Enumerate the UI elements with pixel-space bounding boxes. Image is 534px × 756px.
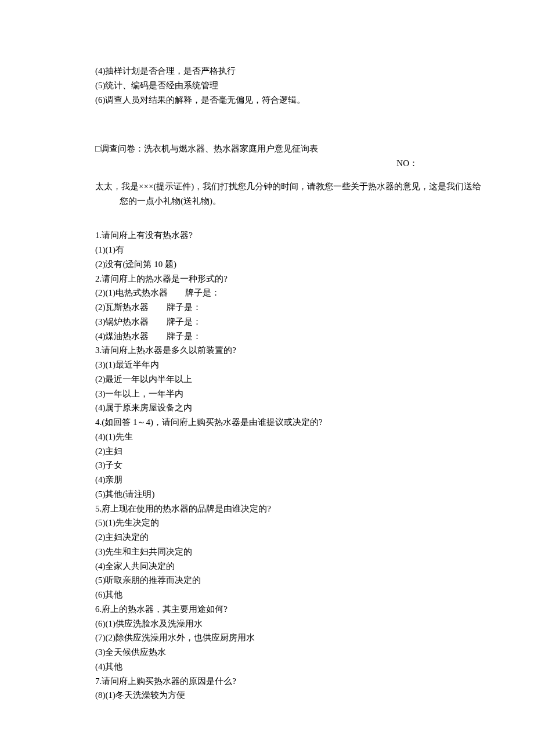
q2-opt-2-text: (2)瓦斯热水器: [95, 303, 149, 312]
q7-title: 7.请问府上购买热水器的原因是什么?: [95, 674, 488, 689]
q2-opt-3: (3)锅炉热水器牌子是：: [95, 315, 488, 329]
q4-opt-2: (2)主妇: [95, 444, 488, 459]
q5-opt-1: (5)(1)先生决定的: [95, 516, 488, 530]
q5-title: 5.府上现在使用的热水器的品牌是由谁决定的?: [95, 502, 488, 516]
q4-opt-5: (5)其他(请注明): [95, 487, 488, 502]
q6-title: 6.府上的热水器，其主要用途如何?: [95, 602, 488, 617]
q2-opt-1: (2)(1)电热式热水器牌子是：: [95, 286, 488, 300]
q3-title: 3.请问府上热水器是多久以前装置的?: [95, 343, 488, 358]
q5-opt-6: (6)其他: [95, 588, 488, 602]
q3-opt-1: (3)(1)最近半年内: [95, 358, 488, 372]
document-page: (4)抽样计划是否合理，是否严格执行 (5)统计、编码是否经由系统管理 (6)调…: [0, 0, 534, 756]
q2-opt-2: (2)瓦斯热水器牌子是：: [95, 300, 488, 315]
q2-opt-4: (4)煤油热水器牌子是：: [95, 329, 488, 344]
q2-title: 2.请问府上的热水器是一种形式的?: [95, 272, 488, 286]
q3-opt-3: (3)一年以上，一年半内: [95, 387, 488, 401]
survey-no-label: NO：: [46, 156, 488, 171]
top-line-5: (5)统计、编码是否经由系统管理: [46, 78, 488, 93]
survey-title: □调查问卷：洗衣机与燃水器、热水器家庭用户意见征询表: [46, 142, 488, 156]
q1-opt-2: (2)没有(迳问第 10 题): [95, 257, 488, 272]
q5-opt-2: (2)主妇决定的: [95, 530, 488, 545]
q1-opt-1: (1)(1)有: [95, 243, 488, 257]
q2-opt-4-text: (4)煤油热水器: [95, 332, 149, 341]
top-line-4: (4)抽样计划是否合理，是否严格执行: [46, 64, 488, 78]
q7-opt-1: (8)(1)冬天洗澡较为方便: [95, 688, 488, 703]
q4-opt-3: (3)子女: [95, 458, 488, 473]
q1-title: 1.请问府上有没有热水器?: [95, 228, 488, 243]
question-block: 1.请问府上有没有热水器? (1)(1)有 (2)没有(迳问第 10 题) 2.…: [46, 228, 488, 703]
q6-opt-4: (4)其他: [95, 660, 488, 674]
q6-opt-3: (3)全天候供应热水: [95, 645, 488, 660]
q4-opt-1: (4)(1)先生: [95, 430, 488, 444]
q4-title: 4.(如回答 1～4)，请问府上购买热水器是由谁提议或决定的?: [95, 415, 488, 430]
q2-opt-2-brand: 牌子是：: [167, 303, 201, 312]
q2-opt-4-brand: 牌子是：: [167, 332, 201, 341]
q6-opt-1: (6)(1)供应洗脸水及洗澡用水: [95, 617, 488, 631]
q3-opt-4: (4)属于原来房屋设备之内: [95, 401, 488, 415]
q4-opt-4: (4)亲朋: [95, 473, 488, 487]
q2-opt-3-brand: 牌子是：: [167, 317, 201, 326]
q2-opt-1-brand: 牌子是：: [185, 288, 220, 297]
q2-opt-3-text: (3)锅炉热水器: [95, 317, 149, 326]
q5-opt-4: (4)全家人共同决定的: [95, 559, 488, 574]
q5-opt-5: (5)听取亲朋的推荐而决定的: [95, 573, 488, 588]
q3-opt-2: (2)最近一年以内半年以上: [95, 372, 488, 387]
q5-opt-3: (3)先生和主妇共同决定的: [95, 545, 488, 559]
q2-opt-1-text: (2)(1)电热式热水器: [95, 288, 168, 297]
survey-intro: 太太，我是×××(提示证件)，我们打扰您几分钟的时间，请教您一些关于热水器的意见…: [71, 179, 488, 208]
q6-opt-2: (7)(2)除供应洗澡用水外，也供应厨房用水: [95, 631, 488, 645]
top-line-6: (6)调查人员对结果的解释，是否毫无偏见，符合逻辑。: [46, 93, 488, 107]
